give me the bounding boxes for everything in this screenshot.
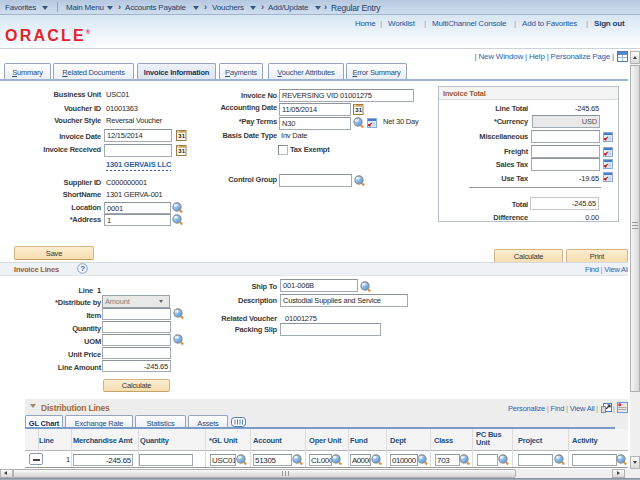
svg-text:?: ?	[80, 264, 85, 273]
